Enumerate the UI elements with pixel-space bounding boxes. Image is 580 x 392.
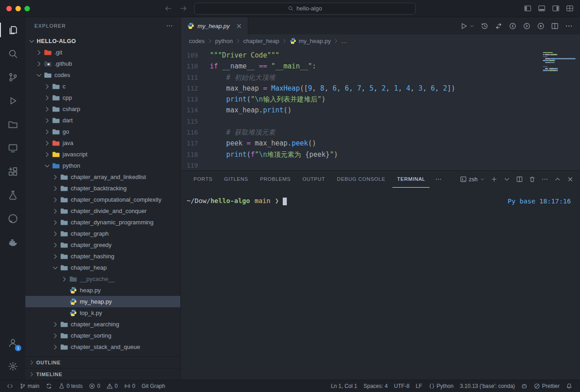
tree-item-github[interactable]: .github xyxy=(25,58,180,69)
zoom-window-button[interactable] xyxy=(24,6,30,11)
activitybar-run-and-debug[interactable] xyxy=(0,89,25,112)
close-window-button[interactable] xyxy=(6,6,12,11)
new-terminal-button[interactable] xyxy=(491,176,498,183)
minimap[interactable] xyxy=(543,52,575,73)
toggle-secondary-sidebar-icon[interactable] xyxy=(552,5,560,12)
tree-item-csharp[interactable]: csharp xyxy=(25,103,180,115)
more-editor-actions-icon[interactable] xyxy=(565,22,573,30)
tree-item-my-heap-py[interactable]: my_heap.py xyxy=(25,296,180,307)
panel-tab-debug-console[interactable]: DEBUG CONSOLE xyxy=(333,171,390,188)
terminal-launch-dropdown[interactable] xyxy=(503,176,510,183)
tree-item-heap-py[interactable]: heap.py xyxy=(25,285,180,296)
activitybar-explorer[interactable] xyxy=(0,18,25,42)
status-notifications[interactable] xyxy=(563,380,575,392)
activitybar-remote-explorer[interactable] xyxy=(0,136,25,160)
terminal[interactable]: ~/Dow/hello-algomain❯ Py base 18:17:16 xyxy=(181,188,580,380)
timeline-section[interactable]: TIMELINE xyxy=(25,368,180,380)
split-terminal-button[interactable] xyxy=(516,176,523,183)
run-dropdown-icon[interactable] xyxy=(469,24,474,29)
explorer-more-actions-icon[interactable] xyxy=(166,22,173,29)
minimize-window-button[interactable] xyxy=(15,6,21,11)
status-prettier[interactable]: Prettier xyxy=(531,380,563,392)
activitybar-docker[interactable] xyxy=(0,230,25,254)
tree-item-chapter-sorting[interactable]: chapter_sorting xyxy=(25,330,180,341)
status-tests[interactable]: 0 tests xyxy=(55,380,86,392)
previous-change-icon[interactable] xyxy=(509,22,517,30)
navigate-back-icon[interactable] xyxy=(164,5,172,12)
status-encoding[interactable]: UTF-8 xyxy=(391,380,413,392)
status-indentation[interactable]: Spaces: 4 xyxy=(360,380,391,392)
next-change-icon[interactable] xyxy=(523,22,531,30)
tree-item-codes[interactable]: codes xyxy=(25,69,180,81)
tree-item-chapter-computational-complexity[interactable]: chapter_computational_complexity xyxy=(25,194,180,205)
tree-item-chapter-array-and-linkedlist[interactable]: chapter_array_and_linkedlist xyxy=(25,171,180,183)
activitybar-github[interactable] xyxy=(0,207,25,230)
status-sync[interactable] xyxy=(43,380,55,392)
activitybar-extensions[interactable] xyxy=(0,160,25,183)
tab-my-heap-py[interactable]: my_heap.py xyxy=(181,17,248,34)
tree-item-hello-algo[interactable]: HELLO-ALGO xyxy=(25,35,180,47)
command-center-search[interactable]: hello-algo xyxy=(194,3,416,15)
tree-item-top-k-py[interactable]: top_k.py xyxy=(25,307,180,319)
kill-terminal-button[interactable] xyxy=(529,176,536,183)
navigate-forward-icon[interactable] xyxy=(179,5,187,12)
terminal-profile-select[interactable]: zsh xyxy=(460,176,485,183)
tree-item-chapter-backtracking[interactable]: chapter_backtracking xyxy=(25,183,180,194)
tree-item-chapter-greedy[interactable]: chapter_greedy xyxy=(25,239,180,251)
status-warnings[interactable]: 0 xyxy=(103,380,121,392)
tree-item-chapter-hashing[interactable]: chapter_hashing xyxy=(25,251,180,262)
status-errors[interactable]: 0 xyxy=(86,380,103,392)
activitybar-project-manager[interactable] xyxy=(0,112,25,136)
panel-tab-output[interactable]: OUTPUT xyxy=(298,171,329,188)
tree-item-chapter-dynamic-programming[interactable]: chapter_dynamic_programming xyxy=(25,217,180,228)
status-eol[interactable]: LF xyxy=(413,380,425,392)
panel-tab-gitlens[interactable]: GITLENS xyxy=(220,171,253,188)
split-editor-icon[interactable] xyxy=(551,22,559,30)
breadcrumb-0[interactable]: codes xyxy=(189,38,205,44)
tree-item-chapter-divide-and-conquer[interactable]: chapter_divide_and_conquer xyxy=(25,205,180,217)
tree-item-chapter-searching[interactable]: chapter_searching xyxy=(25,319,180,330)
outline-section[interactable]: OUTLINE xyxy=(25,356,180,368)
customize-layout-icon[interactable] xyxy=(566,5,574,12)
toggle-panel-icon[interactable] xyxy=(538,5,546,12)
status-python-interpreter[interactable]: 3.10.13 ('base': conda) xyxy=(457,380,518,392)
status-copilot[interactable] xyxy=(518,380,531,392)
status-remote-indicator[interactable] xyxy=(4,380,16,392)
breadcrumb-1[interactable]: python xyxy=(215,38,233,44)
activitybar-testing[interactable] xyxy=(0,183,25,207)
tree-item-pycache[interactable]: __pycache__ xyxy=(25,273,180,285)
more-panel-tabs-icon[interactable] xyxy=(435,176,442,183)
status-git-graph[interactable]: Git Graph xyxy=(138,380,168,392)
toggle-primary-sidebar-icon[interactable] xyxy=(524,5,532,12)
breadcrumb-2[interactable]: chapter_heap xyxy=(243,38,280,44)
run-python-file-icon[interactable] xyxy=(460,22,468,30)
activitybar-settings[interactable] xyxy=(0,354,25,378)
panel-tab-problems[interactable]: PROBLEMS xyxy=(256,171,295,188)
status-language-mode[interactable]: Python xyxy=(425,380,457,392)
tree-item-dart[interactable]: dart xyxy=(25,115,180,126)
tree-item-chapter-heap[interactable]: chapter_heap xyxy=(25,262,180,273)
tree-item-javascript[interactable]: javascript xyxy=(25,149,180,160)
maximize-panel-button[interactable] xyxy=(554,176,561,183)
close-tab-icon[interactable] xyxy=(236,23,242,29)
run-or-debug-icon[interactable] xyxy=(537,22,545,30)
tree-item-c[interactable]: c xyxy=(25,81,180,92)
tree-item-go[interactable]: go xyxy=(25,126,180,137)
tree-item-cpp[interactable]: cpp xyxy=(25,92,180,103)
activitybar-accounts[interactable]: 1 xyxy=(0,331,25,354)
open-changes-icon[interactable] xyxy=(495,22,503,30)
file-history-icon[interactable] xyxy=(481,22,488,30)
terminal-more-actions[interactable] xyxy=(541,176,548,183)
tree-item-python[interactable]: python xyxy=(25,160,180,171)
panel-tab-ports[interactable]: PORTS xyxy=(189,171,217,188)
panel-tab-terminal[interactable]: TERMINAL xyxy=(392,171,430,188)
code-editor[interactable]: 109"""Driver Code"""110if __name__ == "_… xyxy=(181,47,580,170)
status-branch[interactable]: main xyxy=(16,380,43,392)
breadcrumb-3[interactable]: my_heap.py xyxy=(290,38,331,44)
tree-item-git[interactable]: .git xyxy=(25,47,180,58)
activitybar-search[interactable] xyxy=(0,42,25,65)
breadcrumb-4[interactable]: … xyxy=(341,38,347,44)
tree-item-chapter-graph[interactable]: chapter_graph xyxy=(25,228,180,239)
status-ports[interactable]: 0 xyxy=(121,380,139,392)
tree-item-chapter-stack-and-queue[interactable]: chapter_stack_and_queue xyxy=(25,341,180,353)
